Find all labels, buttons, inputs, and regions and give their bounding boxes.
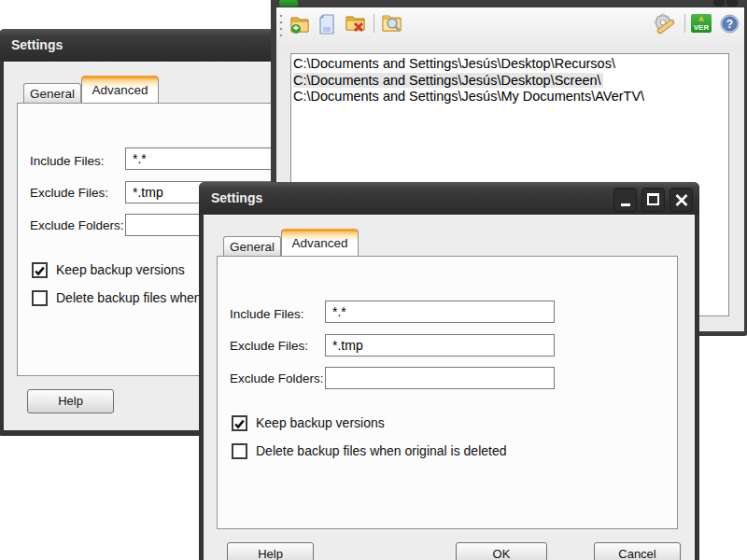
svg-text:?: ? xyxy=(726,18,733,31)
